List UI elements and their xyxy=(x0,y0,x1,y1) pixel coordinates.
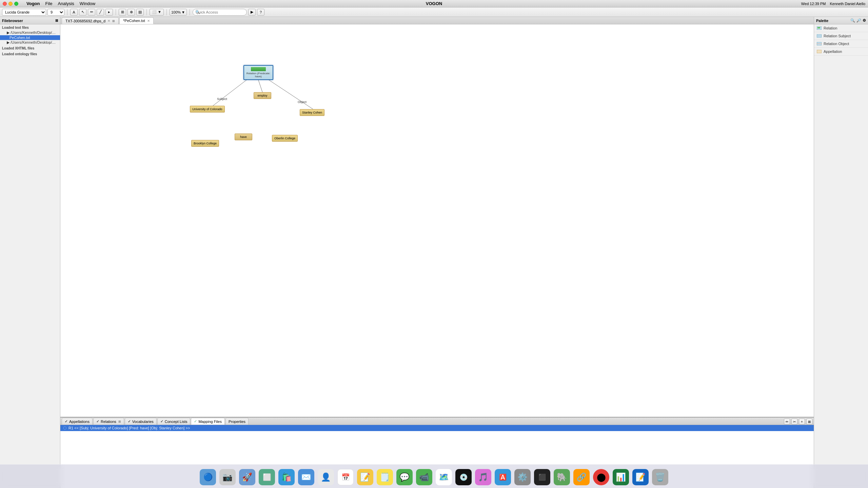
palette-title: Palette xyxy=(816,19,828,23)
dock-excel[interactable]: 📊 xyxy=(612,468,630,486)
font-size-select[interactable]: 9 xyxy=(47,9,64,16)
palette-item-relation-object[interactable]: Relation Object xyxy=(814,40,868,48)
dock-evernote[interactable]: 🐘 xyxy=(553,468,571,486)
dock-mail[interactable]: ✉️ xyxy=(297,468,315,486)
relation-node-1[interactable]: Relation (Predicate: have) xyxy=(243,65,273,80)
draw-tool-button[interactable]: ✏ xyxy=(88,9,95,16)
zoom-arrow: ▼ xyxy=(181,10,185,14)
dock-trash[interactable]: 🗑️ xyxy=(651,468,669,486)
palette-item-relation[interactable]: Relation xyxy=(814,24,868,32)
tab-concept-lists[interactable]: ✓ Concept Lists xyxy=(157,418,191,425)
palette-item-relation-subject[interactable]: Relation Subject xyxy=(814,32,868,40)
help-button[interactable]: ? xyxy=(257,9,264,16)
zoom-button[interactable]: ⊕ xyxy=(127,9,135,16)
palette-settings[interactable]: ⚙ xyxy=(863,18,866,23)
concept-university-colorado[interactable]: University of Colorado xyxy=(190,106,225,113)
menu-analysis[interactable]: Analysis xyxy=(58,1,74,6)
font-family-select[interactable]: Lucida Grande xyxy=(2,9,46,16)
sidebar: Filebrowser ⊠ Loaded text files ▶ /Users… xyxy=(0,17,60,488)
sidebar-item-file1[interactable]: ▶ /Users/Kenneth/Desktop/PeCohen.txt xyxy=(0,30,60,35)
palette-relation-subject-icon xyxy=(817,34,822,38)
svg-line-1 xyxy=(213,80,246,106)
filebrowser-icon: ⊠ xyxy=(55,19,58,22)
cursor-tool-button[interactable]: ↖ xyxy=(79,9,86,16)
palette-zoom-out[interactable]: 🔍 xyxy=(850,18,855,23)
text-bold-button[interactable]: A xyxy=(70,9,78,16)
relations-pin: ⊠ xyxy=(118,420,121,423)
forward-button[interactable]: ▶ xyxy=(248,9,256,16)
svg-rect-4 xyxy=(817,27,820,28)
dock-notes[interactable]: 📝 xyxy=(356,468,374,486)
menu-file[interactable]: File xyxy=(45,1,52,6)
concept-oberlin-college[interactable]: Oberlin College xyxy=(272,135,298,142)
dock-photos[interactable]: 📷 xyxy=(218,468,237,486)
editor-tab-2[interactable]: *PeCohen.txt ✕ xyxy=(119,17,154,24)
dock-word[interactable]: 📝 xyxy=(631,468,650,486)
canvas[interactable]: Relation (Predicate: have) Subject Objec… xyxy=(60,24,814,417)
close-button[interactable] xyxy=(3,2,7,6)
dock-terminal[interactable]: ⬛ xyxy=(533,468,551,486)
loaded-xhtml-label: Loaded XHTML files xyxy=(0,45,60,51)
predicate-have[interactable]: have xyxy=(235,134,252,140)
tab-relations[interactable]: ✓ Relations ⊠ xyxy=(93,418,124,425)
more-tool-button[interactable]: ▸ xyxy=(105,9,113,16)
properties-label: Properties xyxy=(229,420,245,424)
menu-app-name[interactable]: Vogon xyxy=(26,1,40,6)
tab-appellations[interactable]: ✓ Appellations xyxy=(62,418,93,425)
sidebar-item-file2[interactable]: PeCohen.txt xyxy=(0,35,60,40)
page-select[interactable]: ⬜ ▼ xyxy=(150,9,164,16)
dock-system-prefs[interactable]: ⚙️ xyxy=(513,468,532,486)
sidebar-item-file3[interactable]: ▶ /Users/Kenneth/Desktop/PeCohen.txt xyxy=(0,40,60,45)
palette: Palette 🔍 🔎 ⚙ Relation xyxy=(814,17,868,488)
dock-chrome[interactable]: ⬤ xyxy=(592,468,610,486)
palette-header: Palette 🔍 🔎 ⚙ xyxy=(814,17,868,24)
svg-line-0 xyxy=(258,80,262,92)
svg-rect-7 xyxy=(817,42,822,45)
palette-item-appellation[interactable]: Appellation xyxy=(814,48,868,56)
tab-properties[interactable]: Properties xyxy=(225,418,249,425)
select-all-button[interactable]: ⊞ xyxy=(119,9,126,16)
dock-mission-control[interactable]: ⬜ xyxy=(258,468,276,486)
palette-relation-object-label: Relation Object xyxy=(824,42,849,46)
palette-relation-object-icon xyxy=(817,41,822,46)
bottom-tool-1[interactable]: ✏ xyxy=(784,419,790,425)
dock-messages[interactable]: 💬 xyxy=(395,468,414,486)
mapping-files-icon: ✓ xyxy=(194,419,197,424)
tab1-close[interactable]: ✕ xyxy=(107,19,110,23)
search-icon: 🔍 xyxy=(195,10,200,14)
main-layout: Filebrowser ⊠ Loaded text files ▶ /Users… xyxy=(0,17,868,488)
concept-stanley-cohen[interactable]: Stanley Cohen xyxy=(300,109,324,116)
dock-itunes[interactable]: 🎵 xyxy=(474,468,492,486)
menu-time: Wed 12:39 PM xyxy=(801,2,826,6)
dock-launchpad[interactable]: 🚀 xyxy=(238,468,256,486)
dock-finder[interactable]: 🔵 xyxy=(199,468,217,486)
predicate-employ[interactable]: employ xyxy=(254,92,271,99)
dock-facetime[interactable]: 📹 xyxy=(415,468,433,486)
editor-tab-1[interactable]: TXT-300685692.dhps_d ✕ ⊠ xyxy=(62,17,119,24)
maximize-button[interactable] xyxy=(14,2,18,6)
dock-calendar[interactable]: 📅 xyxy=(336,468,355,486)
bottom-tool-4[interactable]: ⊠ xyxy=(806,419,812,425)
tab2-close[interactable]: ✕ xyxy=(147,19,150,23)
tab-mapping-files[interactable]: ✓ Mapping Files xyxy=(191,418,224,425)
bottom-tool-2[interactable]: ✂ xyxy=(791,419,797,425)
concept-brooklyn-college[interactable]: Brooklyn College xyxy=(191,140,219,147)
concept-lists-icon: ✓ xyxy=(160,419,163,424)
line-tool-button[interactable]: ╱ xyxy=(97,9,104,16)
dock-appstore[interactable]: 🛍️ xyxy=(277,468,296,486)
quick-access-input[interactable] xyxy=(193,9,247,16)
minimize-button[interactable] xyxy=(8,2,13,6)
dock-appstore2[interactable]: 🅰️ xyxy=(494,468,512,486)
dock-stickies[interactable]: 🗒️ xyxy=(376,468,394,486)
dock-dvd[interactable]: 💿 xyxy=(454,468,473,486)
zoom-value: 100% xyxy=(171,10,181,14)
dock-contacts[interactable]: 👤 xyxy=(317,468,335,486)
tab-vocabularies[interactable]: ✓ Vocabularies xyxy=(125,418,157,425)
layout-button[interactable]: ▤ xyxy=(136,9,144,16)
menu-window[interactable]: Window xyxy=(80,1,95,6)
palette-zoom-in[interactable]: 🔎 xyxy=(856,18,861,23)
dock-maps[interactable]: 🗺️ xyxy=(435,468,453,486)
dock-deskconnect[interactable]: 🔗 xyxy=(572,468,591,486)
bottom-tool-3[interactable]: + xyxy=(799,419,805,425)
relation-row-1[interactable]: ⬡ R1 << [Subj: University of Colorado] [… xyxy=(60,425,814,431)
